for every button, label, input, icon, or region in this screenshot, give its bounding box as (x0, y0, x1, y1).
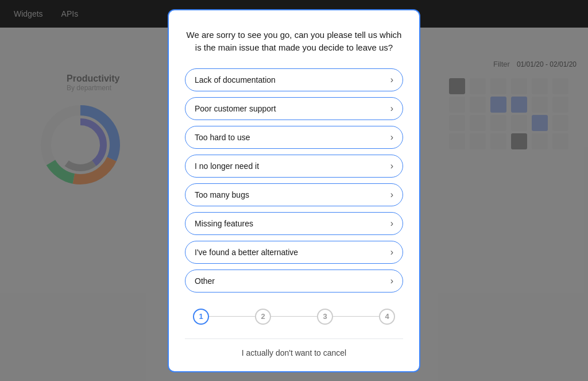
step-4[interactable]: 4 (379, 309, 395, 325)
modal-title: We are sorry to see you go, can you plea… (185, 29, 403, 55)
chevron-right-icon: › (390, 247, 393, 257)
step-line-0 (209, 316, 255, 317)
chevron-right-icon: › (390, 132, 393, 143)
cancel-link[interactable]: I actually don't want to cancel (185, 338, 403, 357)
option-label: I no longer need it (195, 161, 259, 171)
step-line-1 (271, 316, 317, 317)
option-other[interactable]: Other› (185, 270, 403, 293)
chevron-right-icon: › (390, 190, 393, 200)
step-2[interactable]: 2 (255, 309, 271, 325)
option-label: Poor customer support (195, 104, 276, 113)
chevron-right-icon: › (390, 161, 393, 171)
option-label: Lack of documentation (195, 75, 276, 84)
options-list: Lack of documentation›Poor customer supp… (185, 68, 403, 293)
chevron-right-icon: › (390, 103, 393, 114)
option-label: Other (195, 276, 215, 286)
option-too-many-bugs[interactable]: Too many bugs› (185, 183, 403, 206)
modal-overlay: We are sorry to see you go, can you plea… (0, 0, 588, 381)
step-line-2 (333, 316, 379, 317)
option-label: Missing features (195, 219, 253, 228)
chevron-right-icon: › (390, 75, 393, 85)
option-no-longer-need[interactable]: I no longer need it› (185, 155, 403, 178)
option-hard-to-use[interactable]: Too hard to use› (185, 126, 403, 149)
option-better-alternative[interactable]: I've found a better alternative› (185, 241, 403, 264)
option-missing-features[interactable]: Missing features› (185, 212, 403, 235)
option-label: Too hard to use (195, 133, 250, 142)
option-label: Too many bugs (195, 190, 249, 199)
option-label: I've found a better alternative (195, 248, 298, 257)
chevron-right-icon: › (390, 276, 393, 286)
option-lack-docs[interactable]: Lack of documentation› (185, 68, 403, 91)
stepper: 1234 (185, 309, 403, 325)
chevron-right-icon: › (390, 218, 393, 229)
survey-modal: We are sorry to see you go, can you plea… (168, 9, 420, 372)
step-1[interactable]: 1 (193, 309, 209, 325)
step-3[interactable]: 3 (317, 309, 333, 325)
option-poor-support[interactable]: Poor customer support› (185, 97, 403, 120)
